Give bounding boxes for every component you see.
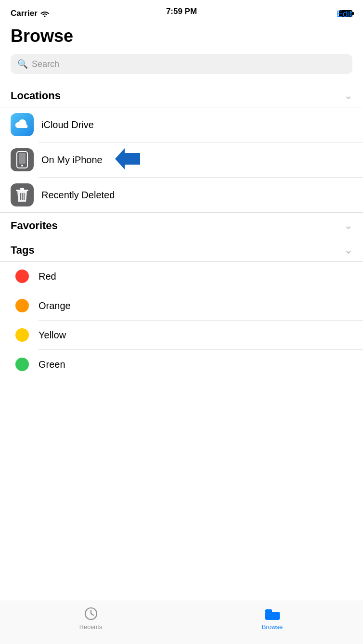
locations-title: Locations xyxy=(11,90,61,102)
favorites-chevron-icon: ⌄ xyxy=(344,220,352,232)
tag-red-item[interactable]: Red xyxy=(0,262,363,291)
tags-chevron-icon: ⌄ xyxy=(344,245,352,256)
tags-title: Tags xyxy=(11,244,35,257)
tab-browse-label: Browse xyxy=(262,623,283,631)
wifi-icon xyxy=(40,10,49,17)
recently-deleted-label: Recently Deleted xyxy=(41,190,115,201)
svg-rect-14 xyxy=(265,609,272,613)
red-dot xyxy=(15,270,29,283)
icloud-drive-label: iCloud Drive xyxy=(41,119,94,130)
tag-green-item[interactable]: Green xyxy=(0,350,363,379)
carrier-label: Carrier xyxy=(11,9,38,18)
edit-button[interactable]: Edit xyxy=(337,9,352,19)
locations-section-header[interactable]: Locations ⌄ xyxy=(0,85,363,107)
svg-point-3 xyxy=(21,165,23,167)
carrier-wifi: Carrier xyxy=(11,9,49,18)
svg-rect-5 xyxy=(16,190,28,191)
tags-section-header[interactable]: Tags ⌄ xyxy=(0,239,363,261)
favorites-title: Favorites xyxy=(11,219,58,232)
green-dot xyxy=(15,358,29,371)
icloud-drive-item[interactable]: iCloud Drive xyxy=(0,107,363,142)
yellow-dot xyxy=(15,328,29,342)
divider-3 xyxy=(0,212,363,213)
divider-4 xyxy=(0,237,363,237)
recently-deleted-item[interactable]: Recently Deleted xyxy=(0,178,363,212)
tag-orange-label: Orange xyxy=(39,300,71,311)
tab-browse[interactable]: Browse xyxy=(182,606,363,631)
status-bar: Carrier 7:59 PM xyxy=(0,0,363,24)
svg-line-12 xyxy=(91,614,93,615)
svg-rect-2 xyxy=(19,153,26,164)
tab-bar: Recents Browse xyxy=(0,601,363,644)
tag-yellow-label: Yellow xyxy=(39,330,66,341)
iphone-icon xyxy=(11,148,34,171)
icloud-icon xyxy=(11,113,34,136)
tag-orange-item[interactable]: Orange xyxy=(0,291,363,320)
svg-rect-6 xyxy=(20,188,24,190)
orange-dot xyxy=(15,299,29,312)
page-header: Edit Browse xyxy=(0,26,363,46)
on-my-iphone-label: On My iPhone xyxy=(41,155,103,166)
search-placeholder: Search xyxy=(32,59,59,69)
recents-icon xyxy=(83,606,99,621)
svg-rect-13 xyxy=(265,612,280,620)
locations-chevron-icon: ⌄ xyxy=(344,90,352,102)
svg-point-0 xyxy=(44,16,45,17)
status-time: 7:59 PM xyxy=(166,7,197,16)
search-bar[interactable]: 🔍 Search xyxy=(11,54,352,74)
trash-icon xyxy=(11,183,34,206)
search-icon: 🔍 xyxy=(17,59,28,69)
favorites-section-header[interactable]: Favorites ⌄ xyxy=(0,215,363,237)
tag-green-label: Green xyxy=(39,359,65,370)
tag-red-label: Red xyxy=(39,271,56,282)
blue-arrow-annotation xyxy=(115,148,140,171)
svg-marker-4 xyxy=(115,148,140,169)
tab-recents[interactable]: Recents xyxy=(0,606,182,631)
tab-recents-label: Recents xyxy=(79,623,103,631)
browse-icon xyxy=(265,606,280,621)
on-my-iphone-item[interactable]: On My iPhone xyxy=(0,142,363,177)
tag-yellow-item[interactable]: Yellow xyxy=(0,321,363,349)
page-title: Browse xyxy=(11,26,352,46)
